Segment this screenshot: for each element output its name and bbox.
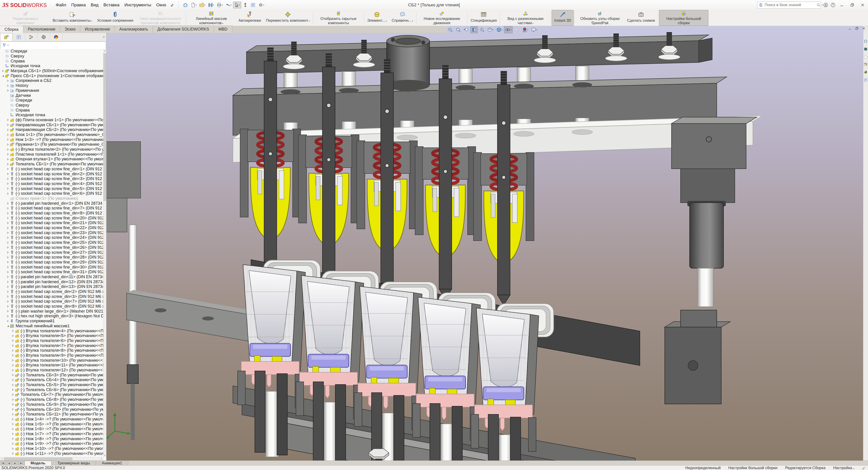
expand-arrow[interactable] [6,89,10,92]
tree-item[interactable]: (-) socket head cap screw fine_din<22> (… [0,226,103,231]
expand-arrow[interactable] [6,315,10,318]
expand-arrow[interactable] [6,168,10,170]
tree-item[interactable]: (-) socket head cap screw fine_din<26> (… [0,245,103,250]
expand-arrow[interactable] [6,187,10,190]
expand-arrow[interactable] [11,437,15,440]
tab-mbd[interactable]: MBD [214,26,232,33]
tree-vertical-scrollbar[interactable]: ▴ ▾ [103,49,106,457]
tree-item[interactable]: Справа [0,108,103,113]
tree-item[interactable]: Опорная втулка<1> (По умолчанию<<По умол… [0,157,103,162]
tab-анализировать[interactable]: Анализировать [115,26,153,33]
tree-item[interactable]: (-) Втулка толкателя<8> (По умолчанию<<П… [0,348,103,353]
expand-arrow[interactable] [6,134,10,136]
taskpane-custom-properties[interactable] [864,78,868,82]
search-box[interactable]: ▾ [757,2,821,8]
tree-item[interactable]: (-) Втулка толкателя<7> (По умолчанию<<П… [0,343,103,348]
save-button[interactable]: ▾ [207,2,215,8]
menu-вид[interactable]: Вид [88,2,101,8]
animation-nav-1[interactable]: ◀ [6,461,12,466]
tree-item[interactable]: (-) socket head cap screw fine_din<4> (D… [0,181,103,186]
tree-item[interactable]: (-) Втулка толкателя<2> (По умолчанию<<П… [0,147,103,152]
expand-arrow[interactable] [6,236,10,239]
tree-item[interactable]: Примечания [0,88,103,93]
expand-arrow[interactable] [11,364,15,366]
tree-item[interactable]: (-) socket head cap screw fine_din<30> (… [0,265,103,270]
expand-arrow[interactable] [6,266,10,268]
tab-эскиз[interactable]: Эскиз [60,26,80,33]
expand-arrow[interactable] [6,192,10,195]
tab-dimxpert-manager[interactable] [37,33,50,41]
zoom-to-area[interactable] [455,26,462,33]
expand-arrow[interactable] [11,403,15,406]
tree-item[interactable]: (-) socket head cap screw fine_din<20> (… [0,215,103,221]
tree-item[interactable]: (-) Толкатель СБ<10> (По умолчанию<По ум… [0,407,103,412]
model-tab-трехмерные-виды[interactable]: Трехмерные виды [52,461,96,466]
ribbon-обновить-узлы-сборки-speedpak[interactable]: Обновить узлы сборки SpeedPak [575,10,624,26]
tree-item[interactable]: (-) parallel pin hardened_din<1> (DIN EN… [0,201,103,206]
tree-item[interactable]: (-) socket head cap screw fine_din<8> (D… [0,211,103,216]
expand-arrow[interactable] [6,182,10,185]
expand-arrow[interactable] [11,344,15,347]
expand-arrow[interactable] [6,138,10,141]
expand-arrow[interactable] [11,452,15,455]
tree-item[interactable]: (-) Втулка толкателя<12> (По умолчанию<<… [0,368,103,373]
expand-arrow[interactable] [6,178,10,180]
expand-arrow[interactable] [6,79,10,82]
ribbon-вставить-компоненты[interactable]: Вставить компоненты ▾ [50,10,94,26]
expand-arrow[interactable] [11,339,15,342]
menu-вставка[interactable]: Вставка [101,2,122,8]
apply-scene[interactable]: ▾ [521,26,530,33]
expand-arrow[interactable] [11,433,15,435]
scroll-right-icon[interactable]: > [100,457,103,461]
ribbon-отобразить-скрытые-компоненты[interactable]: Отобразить скрытые компоненты [314,10,363,26]
ribbon-вид-с-разнесенными-частями[interactable]: Вид с разнесенными частями ▾ [501,10,550,26]
expand-arrow[interactable] [6,281,10,283]
tree-item[interactable]: (-) socket head cap screw fine_din<6> (D… [0,191,103,196]
ribbon-редактировать-компонент[interactable]: Редактировать компонент [1,10,50,26]
model-tab-модель[interactable]: Модель [24,461,52,466]
expand-arrow[interactable] [11,423,15,425]
tree-item[interactable]: Матрица СБ<1> (500ml<Состояние отображен… [0,68,103,74]
doc-close-icon[interactable] [862,26,866,30]
expand-arrow[interactable] [11,349,15,352]
expand-arrow[interactable] [6,231,10,234]
ribbon-новое-исследование-движения[interactable]: Новое исследование движения [417,10,466,26]
home-button[interactable] [182,2,189,8]
tree-item[interactable]: (-) Толкатель СБ<3> (По умолчанию<По умо… [0,373,103,378]
expand-arrow[interactable] [11,334,15,337]
tree-item[interactable]: (-) socket head cap screw fine_din<3> (D… [0,176,103,181]
tree-item[interactable]: (-) socket head cap screw fine_din<2> (D… [0,171,103,176]
ribbon-настройки-большой-сборки[interactable]: Настройки большой сборки [659,10,708,26]
tree-item[interactable]: Группа сопряжений1 [0,319,103,324]
tree-item[interactable]: Исходная точка [0,113,103,118]
tree-horizontal-scrollbar[interactable]: < > [0,457,103,461]
expand-arrow[interactable] [6,251,10,254]
expand-arrow[interactable] [6,227,10,229]
zoom-to-fit[interactable] [446,26,454,33]
expand-arrow[interactable] [11,447,15,450]
tree-item[interactable]: (-) parallel pin hardened_din<11> (DIN E… [0,274,103,280]
tree-item[interactable]: Датчики [0,93,103,98]
menu-окно[interactable]: Окно [154,2,169,8]
expand-arrow[interactable] [11,374,15,376]
expand-arrow[interactable] [6,202,10,205]
search-input[interactable] [764,2,815,7]
close-button[interactable] [859,2,867,8]
expand-arrow[interactable] [11,384,15,386]
expand-arrow[interactable] [11,408,15,411]
hide-show-items[interactable]: ▾ [504,26,513,33]
tree-item[interactable]: Местный линейный массив1 [0,324,103,329]
menu-инструменты[interactable]: Инструменты [122,2,154,8]
expand-arrow[interactable] [11,418,15,420]
expand-arrow[interactable] [1,70,5,72]
tree-item[interactable]: Нож 1<3> ->? (По умолчанию<<По умолчанию… [0,137,103,142]
tree-item[interactable]: (-) Толкатель СБ<11> (По умолчанию<По ум… [0,412,103,417]
tab-configuration-manager[interactable] [25,33,37,41]
options-button[interactable]: ▾ [257,2,266,8]
tree-item[interactable]: (-) socket head cap screw_din<8> (DIN 91… [0,304,103,309]
tree-item[interactable]: (-) Втулка толкателя<9> (По умолчанию<<П… [0,353,103,358]
tree-item[interactable]: Спереди [0,98,103,103]
tree-item[interactable]: (-) socket head cap screw fine_din<31> (… [0,270,103,274]
tree-item[interactable]: (-) hex nut high strength_din<3> (Hexago… [0,314,103,319]
view-settings[interactable]: ▾ [530,26,538,33]
